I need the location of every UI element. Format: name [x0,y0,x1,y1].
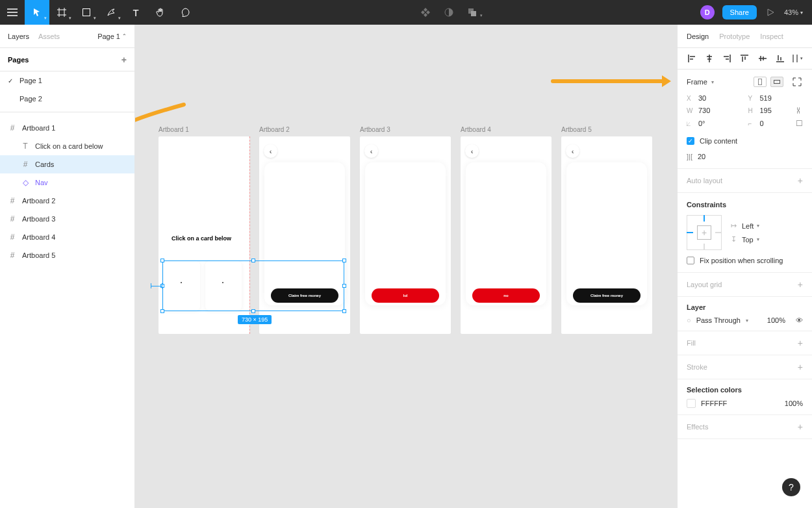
artboard-3[interactable]: Artboard 3 ‹ lol [360,136,451,334]
blend-mode-select[interactable]: Pass Through [696,316,741,324]
frame-label[interactable]: Frame [687,78,707,86]
add-icon[interactable]: + [798,338,803,348]
layer-row-artboard[interactable]: #Artboard 5 [0,246,134,264]
eye-icon[interactable]: 👁 [796,316,803,324]
add-page-button[interactable]: + [121,55,127,65]
fill-section[interactable]: Fill + [678,331,812,355]
present-icon[interactable] [765,6,776,18]
back-button: ‹ [364,144,378,158]
frame-icon: # [8,214,17,223]
corner-icon: ⌐ [748,120,756,127]
resize-to-fit-icon[interactable] [791,76,803,88]
constraint-h-select[interactable]: ↦Left▾ [731,222,759,230]
tab-assets[interactable]: Assets [38,32,60,40]
tab-inspect[interactable]: Inspect [760,32,783,40]
constraints-widget[interactable]: + [687,215,722,250]
right-panel: Design Prototype Inspect ▾ Frame ▾ X30 Y… [677,25,812,508]
annotation-arrow [551,79,668,83]
page-item[interactable]: Page 2 [0,90,134,108]
constraint-v-select[interactable]: ↧Top▾ [731,235,759,244]
align-right-icon[interactable] [722,53,732,64]
align-vcenter-icon[interactable] [757,53,768,64]
artboard-text: Click on a card below [171,235,231,242]
opacity-input[interactable]: 100% [767,316,785,324]
independent-corners-icon[interactable]: ☐ [796,119,803,128]
checkbox-empty-icon [687,257,694,264]
prop-corner[interactable]: ⌐0☐ [748,119,804,128]
page-item[interactable]: ✓Page 1 [0,71,134,90]
artboard-4[interactable]: Artboard 4 ‹ no [461,136,552,334]
prop-y[interactable]: Y519 [748,94,804,102]
clip-content-row[interactable]: ✓ Clip content [678,134,812,151]
help-button[interactable]: ? [782,478,800,496]
page-selector[interactable]: Page 1⌃ [97,32,127,40]
pen-tool[interactable]: ▾ [99,0,123,25]
boolean-icon[interactable]: ▾ [466,6,478,18]
comment-tool[interactable] [173,0,197,25]
color-hex[interactable]: FFFFFF [701,400,727,407]
layer-row-nav[interactable]: ◇Nav [0,173,134,192]
text-tool[interactable]: T [123,0,148,25]
share-button[interactable]: Share [722,5,757,19]
align-left-icon[interactable] [687,53,697,64]
tab-layers[interactable]: Layers [8,32,29,40]
add-icon[interactable]: + [798,422,803,432]
section-title: Selection colors [687,386,803,394]
selection-box [162,260,344,311]
layer-row-artboard[interactable]: #Artboard 3 [0,210,134,228]
avatar[interactable]: D [700,5,715,19]
frame-tool[interactable]: ▾ [49,0,74,25]
component-icon[interactable] [420,6,431,18]
prop-rotation[interactable]: ⟀0° [687,119,742,128]
layer-row-artboard[interactable]: #Artboard 4 [0,228,134,246]
tab-design[interactable]: Design [687,32,709,40]
distribute-icon[interactable]: ▾ [793,53,803,64]
tab-prototype[interactable]: Prototype [719,32,750,40]
layer-row-text[interactable]: TClick on a card below [0,137,134,155]
item-spacing-row[interactable]: ]|[ 20 [678,151,812,169]
hand-tool[interactable] [148,0,173,25]
layer-row-artboard[interactable]: #Artboard 1 [0,119,134,137]
align-hcenter-icon[interactable] [704,53,715,64]
spacing-value: 20 [698,153,705,160]
constraints-title: Constraints [687,201,803,209]
orientation-landscape[interactable] [770,77,783,87]
color-swatch[interactable] [687,399,696,408]
canvas[interactable]: Artboard 1 Click on a card below Artboar… [135,25,677,508]
prop-x[interactable]: X30 [687,94,742,102]
chevron-up-icon: ⌃ [122,33,127,39]
frame-icon: # [21,160,30,169]
card-panel [466,162,546,305]
cta-button: no [472,288,540,303]
color-opacity[interactable]: 100% [785,400,803,407]
add-icon[interactable]: + [798,362,803,372]
layout-grid-section[interactable]: Layout grid + [678,273,812,297]
align-bottom-icon[interactable] [775,53,785,64]
mask-icon[interactable] [443,6,455,18]
artboard-5[interactable]: Artboard 5 ‹ Claim free money [561,136,652,334]
link-icon[interactable]: ⫘ [794,107,804,114]
layer-row-artboard[interactable]: #Artboard 2 [0,192,134,210]
prop-w[interactable]: W730 [687,106,742,115]
layer-row-cards[interactable]: #Cards [0,155,134,173]
fix-position-row[interactable]: Fix position when scrolling [678,254,812,273]
add-icon[interactable]: + [798,279,803,290]
prop-value: 519 [760,94,772,102]
effects-section[interactable]: Effects + [678,415,812,439]
move-tool[interactable]: ▾ [25,0,49,25]
align-top-icon[interactable] [739,53,750,64]
orientation-portrait[interactable] [754,77,767,87]
prop-h[interactable]: H195⫘ [748,106,804,115]
auto-layout-section[interactable]: Auto layout + [678,169,812,193]
shape-tool[interactable]: ▾ [74,0,99,25]
constraints-section: Constraints + ↦Left▾ ↧Top▾ [678,193,812,254]
topbar-right: D Share 43%▾ [700,5,812,19]
clip-content-label: Clip content [700,137,737,145]
stroke-section[interactable]: Stroke + [678,355,812,379]
spacing-indicator [151,283,162,288]
add-icon[interactable]: + [798,175,803,186]
menu-button[interactable] [0,0,25,25]
zoom-control[interactable]: 43%▾ [784,8,803,16]
card-panel [365,162,446,305]
back-button: ‹ [566,144,579,158]
